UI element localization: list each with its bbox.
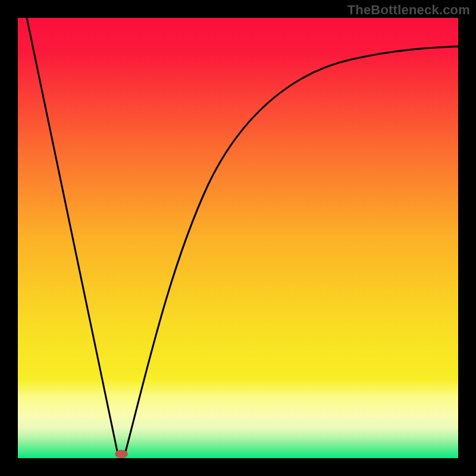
chart-frame: TheBottleneck.com xyxy=(0,0,476,476)
watermark-text: TheBottleneck.com xyxy=(347,2,470,18)
optimal-marker xyxy=(115,450,128,458)
gradient-background xyxy=(18,18,458,458)
bottleneck-chart xyxy=(18,18,458,458)
